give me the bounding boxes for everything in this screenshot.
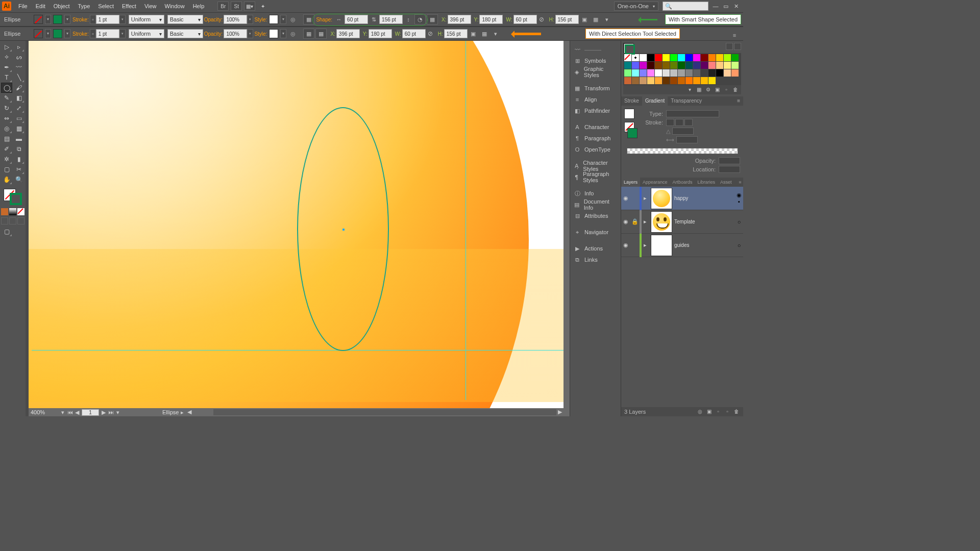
swatch-color[interactable] [708,77,716,84]
layer-row[interactable]: ◉▸happy◉ ▪ [621,187,743,210]
edit-contents-icon[interactable]: ▦ [479,29,489,39]
swatch-color[interactable] [632,62,639,69]
layer-row[interactable]: ◉🔒▸Template○ [621,210,743,234]
y-field[interactable]: 180 pt [369,29,392,38]
align-button[interactable]: ▦ [303,29,314,39]
graphic-style-menu[interactable]: ▾ [280,29,286,38]
disclosure-toggle[interactable]: ▸ [642,218,649,225]
swatch-color[interactable] [655,62,662,69]
dock-pathfinder[interactable]: ◧Pathfinder [570,105,621,116]
free-transform-tool[interactable]: ▭ [13,113,24,123]
transform-button[interactable]: ▦ [427,14,438,24]
gradient-fill-preview[interactable] [624,109,634,119]
swatch-options-icon[interactable]: ⚙ [704,87,712,93]
swatch-color[interactable] [655,69,662,77]
dock-align[interactable]: ≡Align [570,94,621,105]
aspect-field[interactable] [676,136,698,143]
arrange-docs-button[interactable]: ▦▾ [244,2,255,11]
scroll-left-button[interactable]: ◀ [186,409,193,416]
wh-link-icon[interactable]: ⊘ [539,16,544,23]
dock-document-info[interactable]: ▤Document Info [570,199,621,210]
tab-libraries[interactable]: Libraries [695,178,718,187]
column-graph-tool[interactable]: ▮ [13,154,24,164]
visibility-toggle[interactable]: ◉ [621,195,630,202]
last-artboard-button[interactable]: ⏭ [107,409,114,415]
stroke-swatch[interactable] [53,15,62,24]
fill-swatch[interactable] [34,15,43,24]
y-field[interactable]: 180 pt [479,15,503,24]
draw-inside[interactable] [17,217,24,224]
layer-row[interactable]: ◉▸guides○ [621,234,743,257]
x-field[interactable]: 396 pt [448,15,471,24]
swatch-color[interactable] [624,77,631,84]
menu-edit[interactable]: Edit [32,0,50,12]
stroke-swatch-menu[interactable]: ▾ [64,15,70,24]
stroke-weight-field[interactable]: 1 pt [96,15,119,24]
horizontal-guide[interactable] [32,350,564,350]
dock-navigator[interactable]: ⌖Navigator [570,227,621,238]
menu-window[interactable]: Window [161,0,189,12]
pen-tool[interactable]: ✒ [1,62,12,72]
swatch-color[interactable] [685,69,693,77]
dock-graphic-styles[interactable]: ◈Graphic Styles [570,66,621,78]
zoom-tool[interactable]: 🔍 [13,174,24,185]
first-artboard-button[interactable]: ⏮ [66,409,74,415]
tab-artboards[interactable]: Artboards [670,178,695,187]
eyedropper-tool[interactable]: ✐ [1,144,12,154]
lasso-tool[interactable]: ᔕ [13,52,24,62]
swatch-color[interactable] [647,77,654,84]
swatch-color[interactable] [731,69,739,77]
swatch-color[interactable] [685,62,693,69]
swatch-color[interactable] [647,69,654,77]
align-button[interactable]: ▦ [303,14,314,24]
dock-links[interactable]: ⧉Links [570,254,621,265]
dock-transform[interactable]: ▦Transform [570,83,621,94]
swatch-color[interactable] [670,77,677,84]
screen-mode-button[interactable]: ▢ [1,227,12,237]
target-icon[interactable]: ○ [735,219,743,225]
swatch-color[interactable] [663,69,670,77]
zoom-field[interactable]: 400% [29,409,59,415]
swatch-color[interactable] [678,62,685,69]
swatch-color[interactable] [624,69,631,77]
draw-normal[interactable] [1,217,8,224]
wh-link-icon[interactable]: ⊘ [428,30,433,37]
anchor-reference-button[interactable]: ▦ [315,29,327,39]
swatch-view-list[interactable] [726,43,733,50]
recolor-icon[interactable]: ◎ [288,29,298,39]
isolate-icon[interactable]: ▣ [468,29,478,39]
graphic-style-swatch[interactable] [269,29,278,38]
stroke-grad-within[interactable] [666,119,674,126]
ctrl-menu-icon[interactable]: ▾ [491,29,501,39]
fill-stroke-control[interactable] [3,188,23,206]
search-input[interactable]: 🔍 [663,2,708,11]
menu-help[interactable]: Help [189,0,209,12]
close-button[interactable]: ✕ [732,3,740,9]
fill-swatch[interactable] [34,29,43,38]
swatch-color[interactable] [663,54,670,61]
shape-height-field[interactable]: 156 pt [379,15,403,24]
new-layer-icon[interactable]: ▫ [724,409,731,415]
graphic-style-menu[interactable]: ▾ [280,15,286,24]
gradient-type-select[interactable] [666,110,719,117]
layer-thumbnail[interactable] [651,188,672,209]
swatch-color[interactable] [701,54,708,61]
swatch-color[interactable] [640,69,647,77]
menu-view[interactable]: View [140,0,161,12]
menu-object[interactable]: Object [50,0,74,12]
prev-artboard-button[interactable]: ◀ [74,409,81,416]
opacity-menu[interactable]: ▾ [247,15,253,24]
draw-behind[interactable] [9,217,16,224]
stroke-swatch-menu[interactable]: ▾ [64,29,70,38]
swatch-color[interactable] [724,69,731,77]
eraser-tool[interactable]: ◧ [13,93,24,103]
target-icon[interactable]: ○ [735,242,743,248]
swatch-color[interactable] [708,54,716,61]
stroke-weight-stepper[interactable]: ≡ [90,15,96,24]
swatch-color[interactable] [678,54,685,61]
swatch-kind-icon[interactable]: ▦ [695,87,702,93]
new-sublayer-icon[interactable]: ▫ [715,409,722,415]
zoom-menu[interactable]: ▾ [59,409,66,416]
h-field[interactable]: 156 pt [555,15,579,24]
next-artboard-button[interactable]: ▶ [100,409,107,416]
